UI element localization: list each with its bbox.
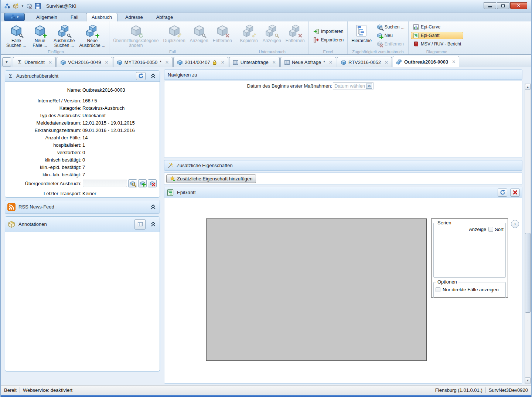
ribbon-button-anzeigen[interactable]: Anzeigen (260, 23, 283, 44)
calendar-icon[interactable]: 15 (366, 84, 372, 89)
collapse-icon[interactable] (149, 72, 157, 80)
ribbon-button-epi-gantt[interactable]: Epi-Gantt (411, 32, 463, 39)
quick-access-dropdown-icon[interactable]: ▼ (21, 4, 24, 8)
overview-field-row: Erkrankungszeitraum:09.01.2016 - 12.01.2… (8, 126, 157, 134)
doc-tab-vch2016-0049[interactable]: VCH2016-0049✕ (57, 57, 112, 67)
cube-icon (341, 60, 347, 65)
parent-outbreak-view-button[interactable] (128, 179, 137, 187)
doc-tab-label: Unterabfrage (241, 60, 269, 65)
restore-button[interactable] (497, 2, 509, 9)
doc-tab-unterabfrage[interactable]: Unterabfrage✕ (229, 57, 280, 67)
close-panel-button[interactable] (510, 189, 520, 197)
additional-properties-title: Zusätzliche Eigenschaften (177, 163, 233, 168)
doc-tab-neue-abfrage[interactable]: Neue Abfrage*✕ (280, 57, 336, 67)
close-tab-icon[interactable]: ✕ (105, 60, 109, 65)
application-menu-button[interactable]: ▾ (4, 13, 25, 21)
ribbon-button-label: MSV / RUV - Bericht (421, 41, 461, 47)
ribbon-tab-fall[interactable]: Fall (65, 13, 84, 22)
field-label: Typ des Ausbruchs: (8, 113, 81, 118)
minimize-button[interactable] (484, 2, 496, 9)
scroll-up-button[interactable]: ▲ (525, 84, 531, 90)
ribbon-button-label: Ausbrüche Suchen ... (54, 38, 75, 48)
window-controls: ✕ (483, 2, 527, 9)
ribbon-button-suchen[interactable]: Suchen ... (375, 23, 407, 31)
tab-list-dropdown-button[interactable]: ▼ (2, 57, 11, 67)
field-label: Erkrankungszeitraum: (8, 128, 81, 133)
close-tab-icon[interactable]: ✕ (385, 60, 388, 65)
epicurve-icon (413, 24, 419, 30)
doc-tab-outbreak2016-0003[interactable]: Outbreak2016-0003✕ (393, 56, 459, 67)
parent-outbreak-remove-button[interactable] (148, 179, 157, 187)
ribbon-button-epi-curve[interactable]: Epi-Curve (411, 23, 463, 31)
scrollbar-thumb[interactable] (525, 233, 531, 313)
ribbon-button-entfernen[interactable]: Entfernen (375, 40, 407, 48)
ribbon-button-entfernen[interactable]: Entfernen (211, 23, 234, 44)
close-button[interactable]: ✕ (510, 2, 527, 9)
ribbon-button-duplizieren[interactable]: Duplizieren (161, 23, 188, 44)
new-record-icon[interactable] (13, 3, 19, 9)
save-icon[interactable] (35, 3, 41, 9)
parent-outbreak-plus-button[interactable] (138, 179, 147, 187)
ribbon-button-kopieren[interactable]: Kopieren (238, 23, 260, 44)
ribbon-button-label: Fälle Suchen ... (6, 38, 26, 48)
ribbon-button-fälle-suchen[interactable]: Fälle Suchen ... (4, 23, 28, 49)
direct-cases-checkbox[interactable] (436, 287, 440, 292)
refresh-button[interactable] (498, 189, 507, 197)
close-tab-icon[interactable]: ✕ (221, 60, 225, 65)
open-record-icon[interactable] (26, 3, 33, 9)
ribbon-button-neue-fälle[interactable]: Neue Fälle ... (28, 23, 51, 49)
collapse-icon[interactable] (149, 203, 157, 211)
date-placeholder: Datum wählen (334, 83, 365, 89)
doc-tab-rtv2016-0052[interactable]: RTV2016-0052✕ (337, 57, 392, 67)
measures-date-label: Datum des Beginns erster Maßnahmen: (164, 83, 332, 89)
anzeige-master-checkbox[interactable] (488, 227, 493, 232)
ribbon-button-hierarchie[interactable]: Hierarchie (349, 23, 374, 44)
close-tab-icon[interactable]: ✕ (329, 60, 332, 65)
doc-tab-2014-00407[interactable]: 2014/00407✕ (173, 57, 228, 67)
parent-outbreak-input[interactable] (83, 180, 127, 187)
gantt-axis-ticks (206, 361, 427, 363)
report-icon (413, 41, 419, 47)
ribbon-tab-abfrage[interactable]: Abfrage (151, 13, 179, 22)
close-tab-icon[interactable]: ✕ (272, 60, 276, 65)
epigantt-icon (413, 33, 419, 38)
doc-tab-label: Übersicht (24, 60, 45, 65)
doc-tab-übersicht[interactable]: ΣÜbersicht✕ (13, 57, 56, 67)
ribbon-button-exportieren[interactable]: Exportieren (311, 36, 346, 44)
ribbon-button-importieren[interactable]: Importieren (311, 28, 346, 35)
ribbon-button-label: Epi-Gantt (421, 33, 440, 38)
statusbar: Bereit Webservice: deaktiviert Flensburg… (1, 385, 531, 395)
legend-anzeige-label: Anzeige (469, 227, 486, 232)
ribbon-tab-allgemein[interactable]: Allgemein (31, 13, 63, 22)
cubes-view-icon (266, 24, 278, 37)
ribbon-button-msv-ruv-bericht[interactable]: MSV / RUV - Bericht (411, 40, 463, 48)
refresh-button[interactable] (136, 72, 146, 80)
ribbon-button-übermittlungskategorie-ändern[interactable]: Übermittlungskategorie ändern (111, 23, 161, 49)
scroll-down-button[interactable]: ▼ (525, 377, 531, 383)
cube-icon (117, 60, 123, 65)
ribbon-tab-adresse[interactable]: Adresse (120, 13, 149, 22)
legend-expander-button[interactable]: › (511, 220, 519, 228)
ribbon-tab-ausbruch[interactable]: Ausbruch (86, 13, 117, 22)
measures-date-input[interactable]: Datum wählen 15 (333, 82, 374, 89)
ribbon-button-label: Entfernen (286, 38, 305, 43)
close-tab-icon[interactable]: ✕ (452, 59, 456, 64)
add-property-button[interactable]: Zusätzliche Eigenschaft hinzufügen (166, 174, 256, 183)
grid-view-button[interactable] (134, 219, 146, 230)
ribbon-button-anzeigen[interactable]: Anzeigen (188, 23, 211, 44)
ribbon-button-neue-ausbrüche[interactable]: Neue Ausbrüche ... (77, 23, 108, 49)
vertical-scrollbar[interactable]: ▲ ▼ (525, 84, 531, 384)
collapse-icon[interactable] (149, 220, 157, 228)
doc-tab-myt2016-0050[interactable]: MYT2016-0050*✕ (113, 57, 173, 67)
ribbon-button-label: Suchen ... (385, 24, 405, 30)
cube-search-icon (10, 24, 23, 37)
ribbon-button-neu[interactable]: Neu (375, 32, 407, 39)
field-value: 1 (81, 142, 85, 148)
field-label: klin.-epid. bestätigt: (8, 164, 81, 170)
close-tab-icon[interactable]: ✕ (165, 60, 169, 65)
close-tab-icon[interactable]: ✕ (48, 60, 52, 65)
status-webservice: Webservice: deaktiviert (23, 387, 72, 393)
field-value: 14 (81, 135, 88, 140)
ribbon-button-entfernen[interactable]: Entfernen (283, 23, 307, 44)
ribbon-button-ausbrüche-suchen[interactable]: Ausbrüche Suchen ... (51, 23, 77, 49)
